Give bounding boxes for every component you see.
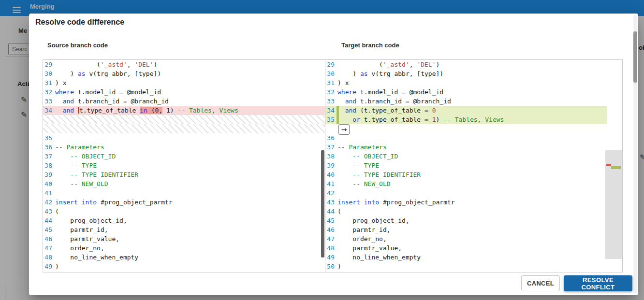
line-number: 34 <box>43 106 52 115</box>
line-number: 39 <box>43 170 52 179</box>
code-line: 37 -- OBJECT_ID <box>43 152 325 161</box>
cancel-button[interactable]: CANCEL <box>521 275 560 291</box>
resolve-conflict-button[interactable]: RESOLVE CONFLICT <box>564 275 632 291</box>
code-line: 42insert into #prog_object_parmtr <box>43 198 325 207</box>
code-line: 47 order_no, <box>325 234 622 243</box>
code-line <box>43 124 325 133</box>
code-line: 43insert into #prog_object_parmtr <box>325 198 622 207</box>
resolve-code-difference-dialog: Resolve code difference Source branch co… <box>29 14 638 295</box>
code-line: 44 prog_object_id, <box>43 216 325 225</box>
code-line: 39 -- TYPE_IDENTIFIER <box>43 170 325 179</box>
line-number: 45 <box>43 225 52 234</box>
code-line: 32where t.model_id = @model_id <box>43 87 325 97</box>
line-number: 37 <box>43 152 52 161</box>
code-line: 33 and t.branch_id = @branch_id <box>43 97 325 106</box>
line-number: 38 <box>325 152 335 161</box>
line-number: 29 <box>43 60 52 69</box>
code-line <box>43 115 325 124</box>
dialog-scrollbar-thumb[interactable] <box>633 31 637 83</box>
code-line: 48 no_line_when_empty <box>43 253 325 262</box>
line-number: 29 <box>325 60 335 69</box>
line-number: 39 <box>325 161 335 170</box>
code-line: 45 parmtr_id, <box>43 225 325 234</box>
line-number: 32 <box>43 87 52 97</box>
line-number: 44 <box>43 216 52 225</box>
line-number: 36 <box>325 133 335 143</box>
apply-change-arrow-button[interactable]: → <box>338 124 350 135</box>
code-line: 43( <box>43 207 325 216</box>
code-line: 49) <box>43 262 325 271</box>
code-line: 37-- Parameters <box>325 143 622 152</box>
line-number: 38 <box>43 161 52 170</box>
code-line: 41 <box>43 188 325 198</box>
line-number: 42 <box>325 188 335 198</box>
code-line: 38 -- OBJECT_ID <box>325 152 622 161</box>
line-number: 47 <box>325 234 335 243</box>
code-line: 36 <box>325 133 622 143</box>
code-line: 48 parmtr_value, <box>325 243 622 253</box>
line-number: 36 <box>43 143 52 152</box>
code-line: 34 and (t.type_of_table = 0 <box>325 106 607 115</box>
line-number: 49 <box>43 262 52 271</box>
line-number: 49 <box>325 253 335 262</box>
code-line: 33 and t.branch_id = @branch_id <box>325 97 622 106</box>
line-number: 46 <box>43 234 52 243</box>
line-number: 40 <box>325 170 335 179</box>
target-code-panel[interactable]: 29 ('_astd', 'DEL')30 ) as v(trg_abbr, [… <box>325 60 622 272</box>
line-number <box>43 124 52 133</box>
line-number: 33 <box>43 97 52 106</box>
code-line: 39 -- TYPE <box>325 161 622 170</box>
code-line: 34 and t.type_of_table in (0, 1) -- Tabl… <box>43 106 325 115</box>
diff-minimap[interactable] <box>605 150 622 259</box>
dialog-title: Resolve code difference <box>35 18 124 27</box>
line-number: 31 <box>43 78 52 87</box>
line-number: 41 <box>325 179 335 188</box>
code-line: 38 -- TYPE <box>43 161 325 170</box>
code-line: 40 -- NEW_OLD <box>43 179 325 188</box>
line-number: 31 <box>325 78 335 87</box>
code-line: 50) <box>325 262 622 271</box>
code-line: 46 parmtr_id, <box>325 225 622 234</box>
minimap-added-marker <box>611 166 621 169</box>
line-number: 35 <box>325 115 335 124</box>
line-number: 48 <box>325 243 335 253</box>
code-line: 45 prog_object_id, <box>325 216 622 225</box>
code-line: 29 ('_astd', 'DEL') <box>325 60 622 69</box>
source-branch-header: Source branch code <box>47 42 108 49</box>
line-number: 43 <box>325 198 335 207</box>
code-line: 30 ) as v(trg_abbr, [type]) <box>325 69 622 78</box>
line-number: 32 <box>325 87 335 97</box>
line-number: 43 <box>43 207 52 216</box>
line-number: 40 <box>43 179 52 188</box>
code-line: 36-- Parameters <box>43 143 325 152</box>
line-number <box>43 115 52 124</box>
line-number: 42 <box>43 198 52 207</box>
code-line: → <box>325 124 622 133</box>
code-line: 49 no_line_when_empty <box>325 253 622 262</box>
code-line: 35 or t.type_of_table = 1) -- Tables, Vi… <box>325 115 607 124</box>
code-line: 44( <box>325 207 622 216</box>
line-number: 41 <box>43 188 52 198</box>
line-number: 45 <box>325 216 335 225</box>
line-number: 44 <box>325 207 335 216</box>
line-number: 30 <box>43 69 52 78</box>
source-code-panel[interactable]: 29 ('_astd', 'DEL')30 ) as v(trg_abbr, [… <box>43 60 325 272</box>
code-line: 31) x <box>43 78 325 87</box>
code-line: 40 -- TYPE_IDENTIFIER <box>325 170 622 179</box>
line-number: 37 <box>325 143 335 152</box>
diff-editor: 29 ('_astd', 'DEL')30 ) as v(trg_abbr, [… <box>43 59 623 272</box>
line-number: 46 <box>325 225 335 234</box>
line-number: 33 <box>325 97 335 106</box>
line-number: 48 <box>43 253 52 262</box>
minimap-removed-marker <box>606 164 611 166</box>
line-number: 47 <box>43 243 52 253</box>
code-line: 35 <box>43 133 325 143</box>
code-line: 31) x <box>325 78 622 87</box>
source-scrollbar-thumb[interactable] <box>321 150 324 257</box>
code-line: 41 -- NEW_OLD <box>325 179 622 188</box>
code-line: 29 ('_astd', 'DEL') <box>43 60 325 69</box>
line-number: 50 <box>325 262 335 271</box>
line-number: 35 <box>43 133 52 143</box>
code-line: 32where t.model_id = @model_id <box>325 87 622 97</box>
code-line: 30 ) as v(trg_abbr, [type]) <box>43 69 325 78</box>
